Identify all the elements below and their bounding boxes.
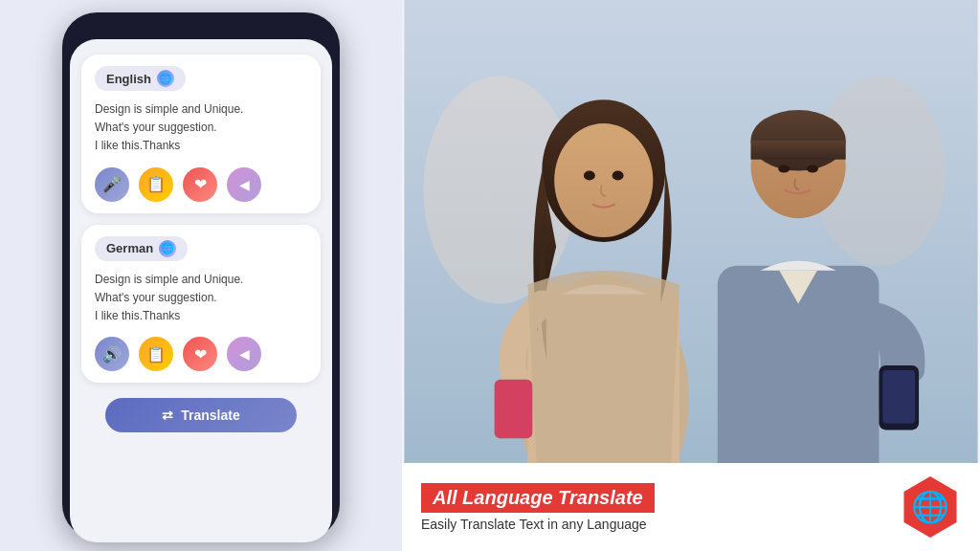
right-panel: All Language Translate Easily Translate … (402, 0, 980, 551)
globe-symbol: 🌐 (911, 489, 949, 525)
share-icon-source: ◀ (239, 177, 250, 192)
svg-rect-9 (495, 380, 533, 439)
source-line3: I like this.Thanks (95, 139, 180, 152)
phone-screen: English 🌐 Design is simple and Unique. W… (70, 39, 332, 542)
target-text: Design is simple and Unique. What's your… (95, 271, 307, 326)
people-illustration (402, 0, 980, 474)
target-lang-header: German 🌐 (95, 236, 307, 261)
target-line2: What's your suggestion. (95, 291, 217, 304)
target-globe-icon: 🌐 (159, 240, 176, 257)
share-button-target[interactable]: ◀ (227, 337, 261, 371)
left-panel: English 🌐 Design is simple and Unique. W… (0, 0, 402, 551)
target-lang-badge[interactable]: German 🌐 (95, 236, 188, 261)
globe-badge-icon: 🌐 (900, 476, 961, 538)
translate-label: Translate (181, 408, 239, 423)
translate-button[interactable]: ⇄ Translate (105, 398, 297, 432)
copy-icon-source: 📋 (146, 175, 166, 193)
share-button-source[interactable]: ◀ (227, 167, 261, 202)
source-line1: Design is simple and Unique. (95, 102, 243, 116)
target-action-icons: 🔊 📋 ❤ ◀ (95, 337, 307, 371)
svg-point-7 (584, 171, 595, 181)
phone-notch (172, 24, 230, 32)
heart-icon-target: ❤ (194, 345, 207, 364)
speaker-icon: 🔊 (102, 345, 122, 364)
speaker-button[interactable]: 🔊 (95, 337, 129, 371)
source-action-icons: 🎤 📋 ❤ ◀ (95, 167, 307, 202)
svg-point-14 (778, 165, 790, 173)
banner-subtitle: Easily Translate Text in any Language (421, 517, 900, 532)
share-icon-target: ◀ (239, 346, 250, 362)
copy-button-source[interactable]: 📋 (139, 167, 173, 202)
target-line1: Design is simple and Unique. (95, 273, 243, 286)
heart-button-target[interactable]: ❤ (183, 337, 217, 371)
source-text: Design is simple and Unique. What's your… (95, 100, 307, 156)
heart-button-source[interactable]: ❤ (183, 167, 217, 202)
banner-title: All Language Translate (421, 483, 655, 513)
target-line3: I like this.Thanks (95, 309, 180, 322)
svg-point-8 (612, 171, 624, 181)
copy-button-target[interactable]: 📋 (139, 337, 173, 371)
mic-button[interactable]: 🎤 (95, 167, 129, 202)
target-language-card: German 🌐 Design is simple and Unique. Wh… (81, 225, 321, 384)
target-lang-label: German (106, 241, 153, 255)
source-lang-badge[interactable]: English 🌐 (95, 66, 186, 91)
bottom-banner: All Language Translate Easily Translate … (402, 463, 980, 551)
copy-icon-target: 📋 (146, 345, 166, 364)
banner-text-block: All Language Translate Easily Translate … (421, 483, 900, 532)
mic-icon: 🎤 (102, 175, 122, 193)
svg-point-6 (554, 123, 653, 237)
svg-rect-17 (882, 370, 915, 424)
svg-point-15 (807, 165, 818, 173)
source-lang-header: English 🌐 (95, 66, 307, 91)
source-lang-label: English (106, 72, 151, 86)
phone-frame: English 🌐 Design is simple and Unique. W… (62, 12, 340, 539)
heart-icon-source: ❤ (194, 175, 207, 193)
svg-rect-13 (750, 141, 845, 160)
translate-icon: ⇄ (162, 408, 173, 423)
source-globe-icon: 🌐 (157, 70, 174, 87)
source-language-card: English 🌐 Design is simple and Unique. W… (81, 55, 321, 213)
source-line2: What's your suggestion. (95, 121, 217, 134)
